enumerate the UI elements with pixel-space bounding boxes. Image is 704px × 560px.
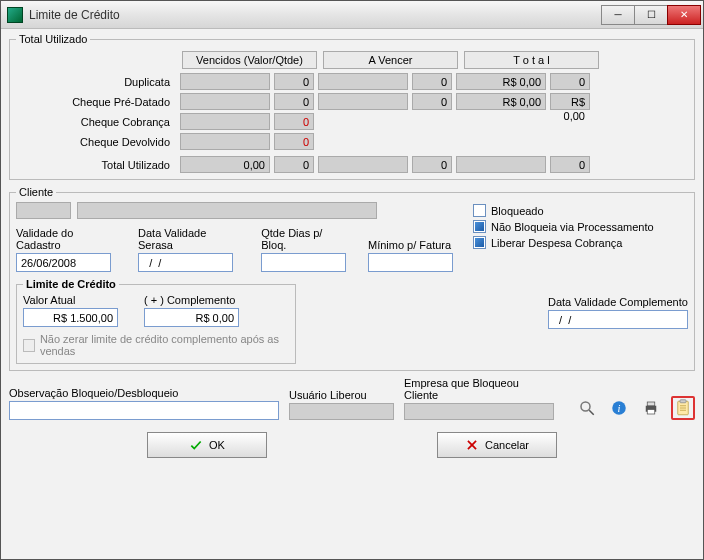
- ok-button[interactable]: OK: [147, 432, 267, 458]
- cancel-button[interactable]: Cancelar: [437, 432, 557, 458]
- label-valor-atual: Valor Atual: [23, 294, 118, 306]
- input-complemento[interactable]: [144, 308, 239, 327]
- cell-tot-qtd: 0: [550, 73, 590, 90]
- total-c1: 0,00: [180, 156, 270, 173]
- cell-tot-val: R$ 0,00: [456, 73, 546, 90]
- header-vencidos: Vencidos (Valor/Qtde): [182, 51, 317, 69]
- row-label-total: Total Utilizado: [16, 159, 176, 171]
- svg-point-0: [581, 402, 590, 411]
- cell-venc-val: [180, 93, 270, 110]
- checkbox-nao-bloqueia[interactable]: [473, 220, 486, 233]
- input-qtde-dias-bloq[interactable]: [261, 253, 346, 272]
- table-row: Cheque Pré-Datado 0 0 R$ 0,00 R$ 0,00: [16, 93, 688, 110]
- checkbox-bloqueado[interactable]: [473, 204, 486, 217]
- cliente-code-readonly: [16, 202, 71, 219]
- client-area: Total Utilizado Vencidos (Valor/Qtde) A …: [1, 29, 703, 559]
- svg-line-1: [589, 410, 594, 415]
- input-validade-serasa[interactable]: [138, 253, 233, 272]
- print-icon: [642, 399, 660, 417]
- cell-av-val: [318, 73, 408, 90]
- groupbox-limite-credito: Limite de Crédito Valor Atual ( + ) Comp…: [16, 278, 296, 364]
- row-label: Cheque Devolvido: [16, 136, 176, 148]
- label-validade-cadastro: Validade do Cadastro: [16, 227, 118, 251]
- label-bloqueado: Bloqueado: [491, 205, 544, 217]
- close-button[interactable]: ✕: [667, 5, 701, 25]
- input-minimo-fatura[interactable]: [368, 253, 453, 272]
- total-c4: 0: [412, 156, 452, 173]
- cell-tot-val: R$ 0,00: [456, 93, 546, 110]
- row-label: Duplicata: [16, 76, 176, 88]
- window-title: Limite de Crédito: [29, 8, 602, 22]
- clipboard-button[interactable]: [671, 396, 695, 420]
- usuario-liberou-readonly: [289, 403, 394, 420]
- cell-venc-val: [180, 113, 270, 130]
- total-c6: 0: [550, 156, 590, 173]
- label-qtde-dias-bloq: Qtde Dias p/ Bloq.: [261, 227, 348, 251]
- checkbox-nao-zerar[interactable]: [23, 339, 35, 352]
- window: Limite de Crédito ─ ☐ ✕ Total Utilizado …: [0, 0, 704, 560]
- cell-av-val: [318, 93, 408, 110]
- cell-venc-qtd: 0: [274, 93, 314, 110]
- table-row: Cheque Devolvido 0: [16, 133, 688, 150]
- label-usuario-liberou: Usuário Liberou: [289, 389, 394, 401]
- total-c2: 0: [274, 156, 314, 173]
- groupbox-total-utilizado: Total Utilizado Vencidos (Valor/Qtde) A …: [9, 33, 695, 180]
- cell-venc-qtd: 0: [274, 73, 314, 90]
- groupbox-cliente: Cliente Validade do Cadastro Data Valida…: [9, 186, 695, 371]
- label-liberar-despesa: Liberar Despesa Cobrança: [491, 237, 622, 249]
- label-complemento: ( + ) Complemento: [144, 294, 239, 306]
- svg-rect-5: [647, 402, 655, 406]
- label-nao-bloqueia: Não Bloqueia via Processamento: [491, 221, 654, 233]
- cell-av-qtd: 0: [412, 73, 452, 90]
- legend-cliente: Cliente: [16, 186, 56, 198]
- header-total: T o t a l: [464, 51, 599, 69]
- titlebar: Limite de Crédito ─ ☐ ✕: [1, 1, 703, 29]
- table-row: Duplicata 0 0 R$ 0,00 0: [16, 73, 688, 90]
- legend-limite-credito: Limite de Crédito: [23, 278, 119, 290]
- check-icon: [189, 438, 203, 452]
- cliente-name-readonly: [77, 202, 377, 219]
- svg-rect-8: [680, 400, 686, 403]
- cell-tot-qtd: R$ 0,00: [550, 93, 590, 110]
- empresa-bloqueou-readonly: [404, 403, 554, 420]
- svg-text:i: i: [618, 403, 621, 414]
- cell-venc-val: [180, 133, 270, 150]
- total-c3: [318, 156, 408, 173]
- cell-venc-qtd: 0: [274, 133, 314, 150]
- label-validade-complemento: Data Validade Complemento: [548, 296, 688, 308]
- app-icon: [7, 7, 23, 23]
- label-validade-serasa: Data Validade Serasa: [138, 227, 241, 251]
- clipboard-icon: [674, 399, 692, 417]
- checkbox-liberar-despesa[interactable]: [473, 236, 486, 249]
- row-label: Cheque Pré-Datado: [16, 96, 176, 108]
- input-observacao[interactable]: [9, 401, 279, 420]
- input-validade-cadastro[interactable]: [16, 253, 111, 272]
- search-icon: [578, 399, 596, 417]
- label-observacao: Observação Bloqueio/Desbloqueio: [9, 387, 279, 399]
- search-button[interactable]: [575, 396, 599, 420]
- label-nao-zerar: Não zerar limite de crédito complemento …: [40, 333, 289, 357]
- maximize-button[interactable]: ☐: [634, 5, 668, 25]
- input-validade-complemento[interactable]: [548, 310, 688, 329]
- label-minimo-fatura: Mínimo p/ Fatura: [368, 239, 453, 251]
- header-avencer: A Vencer: [323, 51, 458, 69]
- print-button[interactable]: [639, 396, 663, 420]
- cell-av-qtd: 0: [412, 93, 452, 110]
- cell-venc-val: [180, 73, 270, 90]
- table-row: Cheque Cobrança 0: [16, 113, 688, 130]
- row-label: Cheque Cobrança: [16, 116, 176, 128]
- info-icon: i: [610, 399, 628, 417]
- minimize-button[interactable]: ─: [601, 5, 635, 25]
- label-empresa-bloqueou: Empresa que Bloqueou Cliente: [404, 377, 554, 401]
- legend-total-utilizado: Total Utilizado: [16, 33, 90, 45]
- svg-rect-6: [647, 410, 655, 415]
- total-utilizado-row: Total Utilizado 0,00 0 0 0: [16, 156, 688, 173]
- total-c5: [456, 156, 546, 173]
- input-valor-atual[interactable]: [23, 308, 118, 327]
- cell-venc-qtd: 0: [274, 113, 314, 130]
- info-button[interactable]: i: [607, 396, 631, 420]
- x-icon: [465, 438, 479, 452]
